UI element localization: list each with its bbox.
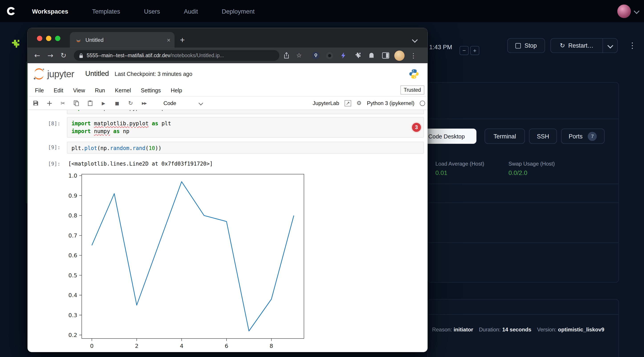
svg-text:2: 2 xyxy=(135,343,138,349)
cell-9-editor[interactable]: plt.plot(np.random.rand(10)) xyxy=(67,142,424,154)
jupyter-favicon xyxy=(75,36,82,43)
panel-divider xyxy=(428,119,618,119)
menu-kernel[interactable]: Kernel xyxy=(110,86,136,95)
cut-cells-button[interactable]: ✂ xyxy=(58,98,68,108)
build-reason: Reason:initiator xyxy=(432,326,473,333)
notebook-content: import matplotlib.pyplot as plt [8]: imp… xyxy=(28,110,428,352)
browser-window: Untitled × + ← → ↻ 5555--main--test--mat… xyxy=(28,28,428,352)
svg-text:0.8: 0.8 xyxy=(68,212,77,219)
ghost-extension-icon[interactable] xyxy=(366,50,376,60)
terminal-button[interactable]: Terminal xyxy=(485,129,525,144)
svg-text:1.0: 1.0 xyxy=(68,172,77,179)
kernel-status-icon xyxy=(420,100,425,106)
menu-help[interactable]: Help xyxy=(166,86,187,95)
bookmark-star-icon[interactable]: ☆ xyxy=(293,50,305,61)
nav-workspaces[interactable]: Workspaces xyxy=(32,8,68,14)
stop-button-label: Stop xyxy=(524,42,537,49)
workspace-menu-kebab-icon[interactable]: ⋮ xyxy=(628,41,636,50)
user-avatar[interactable] xyxy=(617,4,631,18)
jupyterlab-link[interactable]: JupyterLab xyxy=(313,100,339,106)
restart-workspace-button[interactable]: ↻ Restart… xyxy=(551,38,602,52)
run-cell-button[interactable]: ▶ xyxy=(98,98,108,108)
split-view-extension-icon[interactable] xyxy=(380,50,390,60)
ssh-button[interactable]: SSH xyxy=(529,129,557,144)
svg-text:0: 0 xyxy=(90,343,94,349)
address-bar[interactable]: 5555--main--test--matifali.atif.cdr.dev/… xyxy=(74,50,279,61)
accent-divider xyxy=(26,62,27,204)
password-manager-extension-icon[interactable] xyxy=(310,50,321,60)
workspace-resources-panel xyxy=(428,82,619,283)
menu-run[interactable]: Run xyxy=(90,86,110,95)
kernel-settings-gear-icon[interactable]: ⚙ xyxy=(356,100,362,106)
cell-9-prompt: [9]: xyxy=(31,143,60,151)
primary-nav: Workspaces Templates Users Audit Deploym… xyxy=(32,8,254,14)
paste-cells-button[interactable] xyxy=(85,98,95,108)
menu-edit[interactable]: Edit xyxy=(49,86,68,95)
zoom-out-button[interactable]: − xyxy=(460,46,469,55)
restart-kernel-button[interactable]: ↻ xyxy=(126,98,136,108)
ports-count-badge: 7 xyxy=(588,132,597,141)
restart-split-button[interactable]: ↻ Restart… xyxy=(550,38,618,53)
ports-button[interactable]: Ports 7 xyxy=(561,129,604,144)
window-close-button[interactable] xyxy=(37,36,42,41)
lightning-extension-icon[interactable] xyxy=(338,50,349,60)
url-host: 5555--main--test--matifali.atif.cdr.dev xyxy=(86,52,170,58)
window-zoom-button[interactable] xyxy=(55,36,60,41)
dark-extension-icon[interactable] xyxy=(324,50,335,60)
new-tab-button[interactable]: + xyxy=(177,34,188,45)
build-duration: Duration:14 seconds xyxy=(479,326,531,333)
trusted-badge[interactable]: Trusted xyxy=(400,86,424,94)
add-cell-button[interactable] xyxy=(44,98,54,108)
coder-logo-icon[interactable] xyxy=(5,5,17,17)
notebook-title[interactable]: Untitled xyxy=(85,70,109,78)
kernel-name[interactable]: Python 3 (ipykernel) xyxy=(367,100,414,106)
jupyter-toolbar: ✂ ▶ ■ ↻ ▶▶ Code JupyterLab ↗ ⚙ xyxy=(28,96,428,110)
terminal-button-label: Terminal xyxy=(494,133,516,140)
reload-button[interactable]: ↻ xyxy=(58,50,70,61)
svg-text:0.4: 0.4 xyxy=(68,292,77,298)
restart-options-chevron[interactable] xyxy=(602,38,617,52)
menu-file[interactable]: File xyxy=(30,86,49,95)
copy-cells-button[interactable] xyxy=(72,98,81,108)
restart-icon: ↻ xyxy=(560,42,565,49)
svg-text:0.2: 0.2 xyxy=(68,332,77,338)
cell-clipped-above[interactable]: import matplotlib.pyplot as plt xyxy=(67,110,424,114)
cell-8-editor[interactable]: import matplotlib.pyplot as plt import n… xyxy=(67,117,424,138)
tab-search-chevron-icon[interactable] xyxy=(413,36,417,44)
tab-close-icon[interactable]: × xyxy=(167,36,170,43)
svg-text:0.9: 0.9 xyxy=(68,192,77,199)
menu-settings[interactable]: Settings xyxy=(136,86,166,95)
nav-templates[interactable]: Templates xyxy=(92,8,120,14)
stop-workspace-button[interactable]: Stop xyxy=(507,38,545,53)
nav-deployment[interactable]: Deployment xyxy=(222,8,254,14)
external-link-icon[interactable]: ↗ xyxy=(344,100,351,106)
build-status-line: Reason:initiator Duration:14 seconds Ver… xyxy=(432,326,604,333)
panel-divider xyxy=(428,184,618,184)
browser-menu-kebab-icon[interactable]: ⋮ xyxy=(408,50,418,60)
load-average-value: 0.01 xyxy=(435,169,447,176)
browser-profile-avatar[interactable] xyxy=(394,50,404,60)
forward-button[interactable]: → xyxy=(44,50,56,61)
svg-text:0.6: 0.6 xyxy=(68,252,77,258)
browser-tab-untitled[interactable]: Untitled × xyxy=(70,32,175,48)
restart-run-all-button[interactable]: ▶▶ xyxy=(139,98,149,108)
back-button[interactable]: ← xyxy=(31,50,43,61)
svg-text:0.3: 0.3 xyxy=(68,312,77,318)
clock-text: 1:43 PM xyxy=(429,44,452,50)
svg-text:8: 8 xyxy=(270,343,273,349)
svg-text:6: 6 xyxy=(225,343,228,349)
menu-view[interactable]: View xyxy=(68,86,90,95)
nav-users[interactable]: Users xyxy=(144,8,160,14)
save-button[interactable] xyxy=(31,98,40,108)
cell-type-select[interactable]: Code xyxy=(159,98,207,108)
user-menu-chevron-icon[interactable] xyxy=(634,8,640,14)
interrupt-kernel-button[interactable]: ■ xyxy=(112,98,122,108)
nav-audit[interactable]: Audit xyxy=(184,8,198,14)
zoom-in-button[interactable]: + xyxy=(470,46,479,55)
share-icon[interactable] xyxy=(280,50,292,61)
extensions-puzzle-icon[interactable] xyxy=(352,50,363,60)
window-minimize-button[interactable] xyxy=(46,36,52,41)
puzzle-extension-icon[interactable] xyxy=(10,39,20,49)
svg-text:0.5: 0.5 xyxy=(68,272,77,279)
cell-8-prompt: [8]: xyxy=(31,120,60,127)
